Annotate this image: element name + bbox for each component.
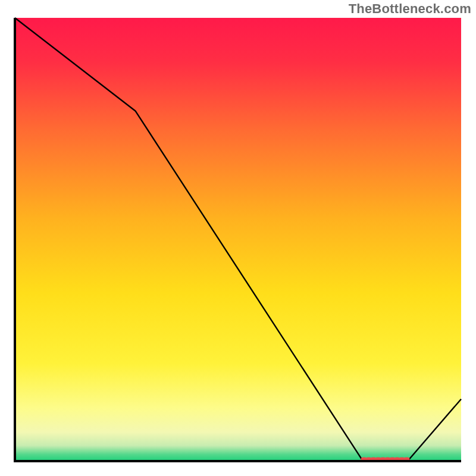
chart-container: TheBottleneck.com: [0, 0, 476, 476]
watermark-text: TheBottleneck.com: [349, 1, 471, 17]
gradient-background: [15, 18, 461, 461]
chart-svg: [0, 0, 476, 476]
